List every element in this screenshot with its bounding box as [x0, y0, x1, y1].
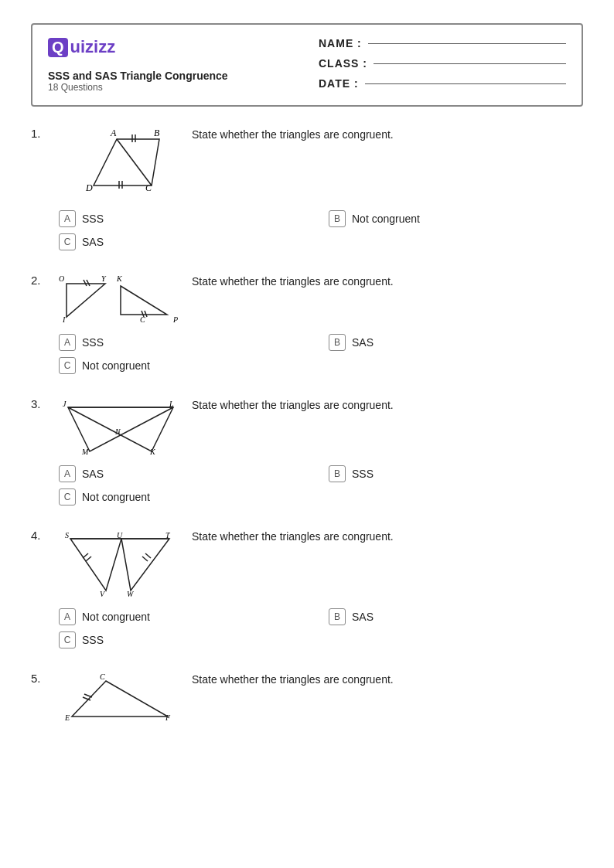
page: Quizizz SSS and SAS Triangle Congruence … — [0, 0, 614, 868]
header-box: Quizizz SSS and SAS Triangle Congruence … — [31, 23, 583, 107]
name-line — [368, 43, 566, 44]
question-2-row: 2. O Y K I C P — [31, 272, 583, 326]
q4-option-c-text: SSS — [82, 634, 104, 646]
question-1-option-b: B Not congruent — [329, 210, 583, 227]
svg-text:A: A — [110, 128, 117, 138]
question-2-figure: O Y K I C P — [59, 272, 182, 326]
logo-q-icon: Q — [48, 38, 68, 57]
svg-text:P: P — [172, 315, 178, 324]
q3-option-c-letter: C — [59, 488, 76, 505]
question-1-row: 1. A B D C — [31, 125, 583, 203]
name-label: NAME : — [319, 37, 362, 49]
quizizz-logo: Quizizz — [48, 37, 319, 57]
question-2-number: 2. — [31, 272, 49, 287]
date-line — [365, 83, 566, 84]
question-2-text: State whether the triangles are congruen… — [192, 272, 583, 288]
svg-text:K: K — [116, 274, 123, 283]
question-5-text: State whether the triangles are congruen… — [192, 670, 583, 686]
q4-option-c-letter: C — [59, 631, 76, 648]
svg-line-40 — [145, 553, 151, 558]
question-1-number: 1. — [31, 125, 49, 140]
svg-text:C: C — [140, 315, 145, 324]
svg-text:D: D — [85, 182, 93, 193]
quiz-subtitle: 18 Questions — [48, 82, 319, 93]
question-2-option-c: C Not congruent — [59, 357, 313, 374]
svg-text:E: E — [64, 713, 70, 722]
svg-line-15 — [84, 280, 87, 286]
class-field[interactable]: CLASS : — [319, 57, 566, 70]
svg-marker-14 — [67, 284, 105, 317]
question-3-figure: J L N M K — [59, 396, 182, 458]
question-1: 1. A B D C — [31, 125, 583, 250]
question-2: 2. O Y K I C P — [31, 272, 583, 374]
svg-marker-19 — [121, 286, 167, 315]
question-1-option-c: C SAS — [59, 233, 313, 250]
question-4-text: State whether the triangles are congruen… — [192, 527, 583, 543]
q2-option-a-letter: A — [59, 334, 76, 351]
svg-marker-4 — [94, 139, 159, 186]
header-left: Quizizz SSS and SAS Triangle Congruence … — [48, 37, 319, 93]
q3-option-c-text: Not congruent — [82, 491, 150, 503]
svg-line-38 — [86, 557, 91, 561]
option-b-letter: B — [329, 210, 346, 227]
question-5: 5. C E F State whether the triangles are… — [31, 670, 583, 724]
q4-option-b-text: SAS — [352, 611, 374, 623]
svg-marker-28 — [68, 407, 173, 451]
svg-line-39 — [142, 557, 148, 561]
date-field[interactable]: DATE : — [319, 77, 566, 90]
q4-option-a-text: Not congruent — [82, 611, 150, 623]
question-1-text: State whether the triangles are congruen… — [192, 125, 583, 141]
svg-marker-36 — [121, 539, 169, 591]
svg-text:I: I — [62, 315, 66, 324]
question-4-row: 4. S U T V W — [31, 527, 583, 601]
question-1-option-a: A SSS — [59, 210, 313, 227]
svg-text:S: S — [65, 531, 69, 540]
question-4-options: A Not congruent B SAS C SSS — [59, 608, 583, 648]
question-4-option-c: C SSS — [59, 631, 313, 648]
question-3-number: 3. — [31, 396, 49, 410]
q2-option-c-letter: C — [59, 357, 76, 374]
option-a-letter: A — [59, 210, 76, 227]
question-4-number: 4. — [31, 527, 49, 542]
q2-option-b-letter: B — [329, 334, 346, 351]
quiz-title: SSS and SAS Triangle Congruence — [48, 70, 319, 82]
question-3-option-b: B SSS — [329, 465, 583, 482]
q3-option-b-text: SSS — [352, 468, 374, 480]
logo-text: uizizz — [70, 37, 116, 57]
q3-option-a-text: SAS — [82, 468, 104, 480]
name-field[interactable]: NAME : — [319, 37, 566, 49]
question-3-option-c: C Not congruent — [59, 488, 313, 505]
svg-text:Y: Y — [101, 274, 107, 283]
question-2-option-b: B SAS — [329, 334, 583, 351]
svg-line-5 — [117, 139, 152, 186]
question-2-options: A SSS B SAS C Not congruent — [59, 334, 583, 374]
q4-option-b-letter: B — [329, 608, 346, 625]
question-4-option-b: B SAS — [329, 608, 583, 625]
question-5-row: 5. C E F State whether the triangles are… — [31, 670, 583, 724]
question-3-row: 3. J L N M K State whether the triangles… — [31, 396, 583, 458]
svg-line-37 — [83, 553, 88, 558]
question-5-number: 5. — [31, 670, 49, 685]
option-b-text: Not congruent — [352, 213, 420, 225]
question-3: 3. J L N M K State whether the triangles… — [31, 396, 583, 505]
q4-option-a-letter: A — [59, 608, 76, 625]
option-c-letter: C — [59, 233, 76, 250]
class-line — [374, 63, 566, 64]
question-1-figure: A B D C — [59, 125, 182, 203]
svg-line-46 — [84, 694, 92, 697]
question-4-option-a: A Not congruent — [59, 608, 313, 625]
question-3-options: A SAS B SSS C Not congruent — [59, 465, 583, 505]
header-right: NAME : CLASS : DATE : — [319, 37, 566, 90]
svg-text:O: O — [59, 274, 64, 283]
question-3-text: State whether the triangles are congruen… — [192, 396, 583, 411]
q2-option-a-text: SSS — [82, 336, 104, 349]
option-a-text: SSS — [82, 213, 104, 225]
svg-text:M: M — [81, 448, 89, 456]
svg-text:B: B — [154, 128, 160, 138]
option-c-text: SAS — [82, 236, 104, 248]
class-label: CLASS : — [319, 57, 367, 70]
q3-option-b-letter: B — [329, 465, 346, 482]
question-4-figure: S U T V W — [59, 527, 182, 601]
question-2-option-a: A SSS — [59, 334, 313, 351]
svg-line-16 — [87, 280, 90, 286]
